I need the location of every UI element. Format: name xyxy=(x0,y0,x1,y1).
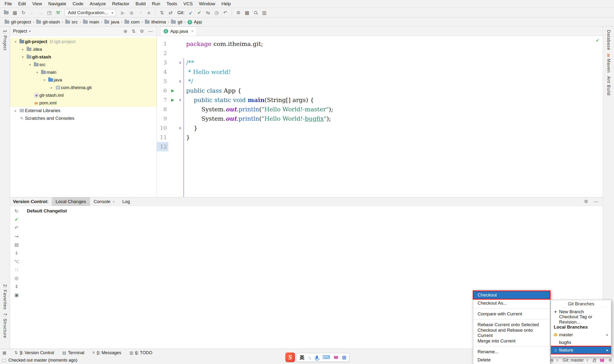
fold-icon[interactable]: ∨ xyxy=(177,95,183,105)
menu-item-rename-[interactable]: Rename... xyxy=(473,348,550,356)
tree-row-java[interactable]: ▾java xyxy=(10,76,157,84)
tree-chevron-icon[interactable]: ▸ xyxy=(48,86,55,90)
tool-windows-toggle-icon[interactable]: ▦ xyxy=(2,350,6,355)
branch-item-feature[interactable]: ☆feature▸ xyxy=(551,346,611,354)
code-editor[interactable]: 1package com.itheima.git;23∨/**4 * Hello… xyxy=(157,36,603,197)
collapse-all-icon[interactable]: ⇅ xyxy=(132,28,136,34)
sogou-logo-icon[interactable]: S xyxy=(285,352,295,362)
tab-log[interactable]: Log xyxy=(118,197,134,206)
branch-item-master[interactable]: master▸ xyxy=(551,331,611,339)
microphone-icon[interactable] xyxy=(316,356,318,359)
open-icon[interactable] xyxy=(2,9,11,16)
tree-row--idea[interactable]: ▸.idea xyxy=(10,46,157,53)
breadcrumb-item-git[interactable]: git xyxy=(170,19,183,25)
build-icon[interactable]: ⚒ xyxy=(54,9,62,16)
history-icon[interactable]: ◷ xyxy=(212,9,221,16)
branch-item-bugfix[interactable]: bugfix xyxy=(551,339,611,346)
commit-icon[interactable]: ✔ xyxy=(13,216,20,222)
back-icon[interactable]: ← xyxy=(28,9,36,16)
breadcrumb-item-git-project[interactable]: git-project xyxy=(3,19,32,25)
forward-icon[interactable]: → xyxy=(36,9,45,16)
tool-window-button-ant-build[interactable]: Ant Build xyxy=(606,76,611,96)
breadcrumb-item-App[interactable]: CApp xyxy=(186,19,203,25)
console-icon[interactable]: ▤ xyxy=(13,241,20,248)
tree-row-git-stash-iml[interactable]: git-stash.iml xyxy=(10,91,157,99)
breadcrumb-item-git-stash[interactable]: git-stash xyxy=(35,19,61,25)
locate-icon[interactable]: ⊕ xyxy=(124,28,127,34)
tool-window-button-2-favorites[interactable]: 2: Favorites xyxy=(2,284,7,310)
settings-wrench-icon[interactable]: ⚙ xyxy=(234,9,243,16)
run-icon[interactable]: ▶ xyxy=(118,9,127,16)
group-by-icon[interactable]: ∷ xyxy=(13,267,20,273)
tree-chevron-icon[interactable]: ▾ xyxy=(13,40,19,44)
menu-item-checkout-as-[interactable]: Checkout As... xyxy=(473,299,550,307)
fold-icon[interactable]: ∧ xyxy=(177,77,183,86)
menu-refactor[interactable]: Refactor xyxy=(109,1,132,6)
close-icon[interactable]: × xyxy=(191,29,194,34)
tool-window-button-9-version-control[interactable]: ⇅9: Version Control xyxy=(14,350,54,355)
tree-row-main[interactable]: ▾main xyxy=(10,68,157,76)
preview-icon[interactable]: ◎ xyxy=(13,275,20,281)
update-project-icon[interactable]: ↙ xyxy=(186,9,195,16)
menu-window[interactable]: Window xyxy=(196,1,219,6)
run-configuration-combo[interactable]: Add Configuration... ▾ xyxy=(65,9,116,16)
ime-toolbox-icon[interactable]: ▦ xyxy=(342,354,346,360)
menu-navigate[interactable]: Navigate xyxy=(45,1,69,6)
coverage-icon[interactable]: ◉ xyxy=(127,9,136,16)
menu-view[interactable]: View xyxy=(29,1,45,6)
tool-window-button-maven[interactable]: m Maven xyxy=(606,54,611,73)
tree-row-com-itheima-git[interactable]: ▸com.itheima.git xyxy=(10,84,157,91)
tool-window-button-0-messages[interactable]: ≡0: Messages xyxy=(93,350,121,355)
menu-item-merge-into-current[interactable]: Merge into Current xyxy=(473,337,550,345)
refresh-icon[interactable]: ↻ xyxy=(13,208,20,214)
menu-build[interactable]: Build xyxy=(132,1,149,6)
hide-panel-icon[interactable]: — xyxy=(594,199,599,204)
tree-row-git-project[interactable]: ▾git-projectD:\git-project xyxy=(10,38,157,46)
tool-window-button-project[interactable]: 1: Project xyxy=(2,30,7,51)
breadcrumb-item-main[interactable]: main xyxy=(82,19,100,25)
breadcrumb-item-itheima[interactable]: itheima xyxy=(144,19,167,25)
commit-icon[interactable]: ✔ xyxy=(195,9,204,16)
rollback-icon[interactable]: ↶ xyxy=(221,9,230,16)
tab-local-changes[interactable]: Local Changes xyxy=(52,197,90,206)
menu-file[interactable]: File xyxy=(1,1,15,6)
tree-row-pom-xml[interactable]: mpom.xml xyxy=(10,99,157,107)
profiler-icon[interactable]: ◔ xyxy=(136,9,144,16)
menu-item-checkout-and-rebase-onto-current[interactable]: Checkout and Rebase onto Current xyxy=(473,329,550,337)
fold-icon[interactable]: ∧ xyxy=(177,123,183,133)
tree-chevron-icon[interactable]: ▸ xyxy=(20,47,26,51)
menu-item-compare-with-current[interactable]: Compare with Current xyxy=(473,310,550,318)
diff-icon[interactable]: ⇆ xyxy=(204,9,212,16)
branch-icon[interactable]: ⌥ xyxy=(13,258,20,264)
tree-chevron-icon[interactable]: ▸ xyxy=(13,109,19,113)
tool-window-button-terminal[interactable]: ▤Terminal xyxy=(62,350,84,355)
menu-vcs[interactable]: VCS xyxy=(180,1,196,6)
tool-window-button-6-todo[interactable]: ▥6: TODO xyxy=(129,350,152,355)
save-icon[interactable]: ▦ xyxy=(11,9,19,16)
stop-icon[interactable]: ■ xyxy=(144,9,153,16)
breadcrumb-item-java[interactable]: java xyxy=(103,19,120,25)
tree-chevron-icon[interactable]: ▾ xyxy=(27,63,33,66)
expand-all-icon[interactable]: ⇕ xyxy=(13,283,20,289)
changelist-name[interactable]: Default Changelist xyxy=(27,208,67,214)
chevron-down-icon[interactable]: ▾ xyxy=(29,29,31,33)
breadcrumb-item-com[interactable]: com xyxy=(123,19,141,25)
view-options-icon[interactable]: ▥ xyxy=(260,9,269,16)
hide-panel-icon[interactable]: — xyxy=(148,28,153,34)
menu-run[interactable]: Run xyxy=(149,1,163,6)
fold-icon[interactable]: ∨ xyxy=(177,58,183,67)
details-icon[interactable]: ▣ xyxy=(13,292,20,298)
tree-chevron-icon[interactable]: ▾ xyxy=(20,55,26,59)
menu-item-checkout[interactable]: Checkout xyxy=(473,291,550,299)
tree-chevron-icon[interactable]: ▾ xyxy=(41,78,47,82)
menu-tools[interactable]: Tools xyxy=(163,1,180,6)
plugin-icon[interactable] xyxy=(600,359,604,362)
menu-help[interactable]: Help xyxy=(218,1,234,6)
menu-code[interactable]: Code xyxy=(69,1,86,6)
tree-row-git-stash[interactable]: ▾git-stash xyxy=(10,53,157,61)
update-icon[interactable]: ⇓ xyxy=(13,250,20,256)
breadcrumb-item-src[interactable]: src xyxy=(64,19,79,25)
step-icon-2[interactable]: ⇄ xyxy=(166,9,175,16)
ime-language-toggle[interactable]: 英 xyxy=(300,354,304,361)
search-everywhere-icon[interactable] xyxy=(251,9,260,16)
